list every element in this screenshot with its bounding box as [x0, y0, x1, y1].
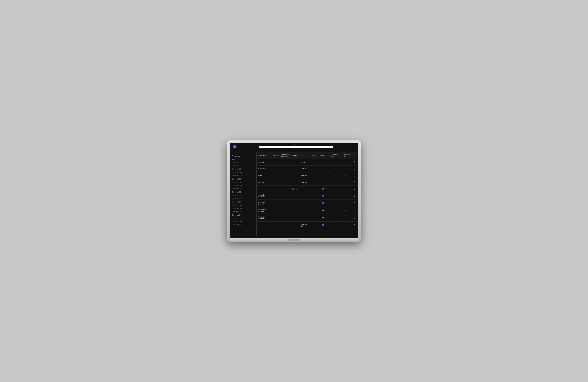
downvote-button[interactable]: ▼ — [354, 196, 355, 197]
sidebar-item-12[interactable]: Chrome 108.0 — [230, 194, 256, 197]
table-row: Edge Windows 0 0 ▲ ▼ — [257, 172, 357, 179]
votes-cell: 0 — [328, 179, 340, 186]
upvote-button[interactable]: ▲ — [354, 194, 355, 196]
sidebar-item-10[interactable]: Chrome 106.0 — [230, 187, 256, 190]
sidebar-item-4[interactable]: Chrome 100.0 — [230, 167, 256, 171]
upvote-button[interactable]: ▲ — [354, 216, 355, 218]
table-row: Chromium Browser 0 0 ▲ ▼ — [257, 200, 357, 207]
downvote-button[interactable]: ▼ — [354, 211, 355, 212]
data-table-container: Application Device CertificateAuthority … — [256, 152, 357, 237]
sidebar-item-0[interactable]: Amazonbot — [230, 154, 256, 158]
table-row: Konqueror Fedora 0 0 ▲ ▼ — [257, 165, 357, 172]
library-cell: Python — [291, 186, 299, 192]
downvote-button[interactable]: ▼ — [354, 182, 355, 184]
ca-cell — [279, 165, 291, 172]
votes-cell: 0 — [328, 200, 340, 207]
table-row: Chromium Browser 0 0 ▲ ▼ — [257, 207, 357, 214]
app-cell: Chrome — [257, 179, 271, 186]
votes-cell: 0 — [328, 172, 340, 179]
col-library: Library — [291, 152, 299, 159]
verified-cell — [318, 207, 328, 214]
notes-cell — [310, 207, 318, 214]
verified-cell — [318, 165, 328, 172]
verified-cell — [318, 172, 328, 179]
sidebar-item-1[interactable]: AwarioBot — [230, 158, 256, 161]
sidebar: AmazonbotAwarioBotChromeChromeChrome 100… — [230, 150, 256, 238]
upvote-button[interactable]: ▲ — [354, 224, 355, 225]
sidebar-item-2[interactable]: Chrome — [230, 161, 256, 164]
ca-cell — [279, 172, 291, 179]
upvote-button[interactable]: ▲ — [354, 209, 355, 210]
library-cell — [291, 159, 299, 165]
os-cell — [299, 192, 310, 200]
upvote-button[interactable]: ▲ — [354, 161, 355, 162]
library-cell — [291, 200, 299, 207]
sidebar-item-11[interactable]: Chrome 107.0 — [230, 190, 256, 194]
votes-cell: 0 — [328, 214, 340, 221]
notes-cell — [310, 192, 318, 200]
table-row: Chrome Linux 0 0 ▲ ▼ — [257, 159, 357, 165]
votes-cell: 0 — [328, 186, 340, 192]
sidebar-item-8[interactable]: Chrome 104.0 — [230, 181, 256, 184]
votes-cell: 0 — [328, 192, 340, 200]
col-community-votes: CommunityVotes — [328, 152, 340, 159]
downvote-button[interactable]: ▼ — [354, 169, 355, 170]
sidebar-item-17[interactable]: Chrome 113.0 — [230, 210, 256, 213]
app-cell: Chrome — [257, 159, 271, 165]
upvote-button[interactable]: ▲ — [354, 202, 355, 203]
score-cell: 0 — [340, 221, 352, 229]
sidebar-item-9[interactable]: Chrome 105.0 — [230, 184, 256, 187]
svg-point-2 — [323, 189, 323, 189]
downvote-button[interactable]: ▼ — [354, 203, 355, 205]
sidebar-item-21[interactable]: Chrome 117.0 — [230, 223, 256, 226]
library-cell — [291, 207, 299, 214]
downvote-button[interactable]: ▼ — [354, 218, 355, 219]
ca-cell — [279, 179, 291, 186]
col-actions — [352, 152, 357, 159]
score-cell: 0 — [340, 159, 352, 165]
score-cell: 0 — [340, 200, 352, 207]
downvote-button[interactable]: ▼ — [354, 176, 355, 177]
app-cell: Chromium Browser — [257, 214, 271, 221]
os-cell — [299, 186, 310, 192]
device-cell — [271, 186, 279, 192]
upvote-button[interactable]: ▲ — [354, 174, 355, 175]
downvote-button[interactable]: ▼ — [354, 189, 355, 190]
app-cell: Edge — [257, 172, 271, 179]
sidebar-item-6[interactable]: Chrome 102.0 — [230, 174, 256, 177]
search-bar[interactable] — [259, 146, 333, 148]
svg-point-0 — [234, 146, 234, 147]
downvote-button[interactable]: ▼ — [354, 225, 355, 227]
webcam — [294, 144, 294, 145]
upvote-button[interactable]: ▲ — [354, 187, 355, 189]
sidebar-item-14[interactable]: Chrome 110.0 — [230, 200, 256, 203]
ca-cell — [279, 186, 291, 192]
score-cell: 0 — [340, 165, 352, 172]
sidebar-item-3[interactable]: Chrome — [230, 164, 256, 167]
score-cell: 0 — [340, 179, 352, 186]
vote-actions-cell: ▲ ▼ — [352, 165, 357, 172]
sidebar-item-7[interactable]: Chrome 103.0 — [230, 177, 256, 181]
sidebar-item-5[interactable]: Chrome 101.0 — [230, 171, 256, 174]
sidebar-item-16[interactable]: Chrome 112.0 — [230, 207, 256, 210]
app-cell: Konqueror — [257, 165, 271, 172]
col-device: Device — [271, 152, 279, 159]
upvote-button[interactable]: ▲ — [354, 181, 355, 182]
vote-actions-cell: ▲ ▼ — [352, 200, 357, 207]
sidebar-item-19[interactable]: Chrome 115.0 — [230, 217, 256, 220]
scroll-indicator — [255, 190, 255, 199]
downvote-button[interactable]: ▼ — [354, 162, 355, 163]
notes-cell — [310, 165, 318, 172]
notes-cell — [310, 172, 318, 179]
sidebar-item-15[interactable]: Chrome 111.0 — [230, 203, 256, 207]
upvote-button[interactable]: ▲ — [354, 167, 355, 169]
library-cell — [291, 179, 299, 186]
vote-actions-cell: ▲ ▼ — [352, 192, 357, 200]
notes-cell — [310, 200, 318, 207]
sidebar-item-13[interactable]: Chrome 109.0 — [230, 197, 256, 200]
sidebar-item-18[interactable]: Chrome 114.0 — [230, 213, 256, 217]
table-row: Chromium Browser 0 0 ▲ ▼ — [257, 214, 357, 221]
vote-actions-cell: ▲ ▼ — [352, 214, 357, 221]
app-cell: Chromium Browser — [257, 192, 271, 200]
sidebar-item-20[interactable]: Chrome 116.0 — [230, 220, 256, 223]
